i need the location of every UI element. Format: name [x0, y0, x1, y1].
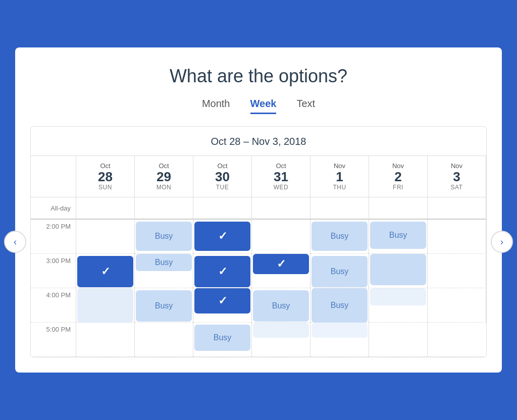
- event-busy-sun-4pm[interactable]: [77, 288, 133, 323]
- time-label-4pm: 4:00 PM: [31, 288, 76, 323]
- checkmark-tue-2pm: ✓: [218, 230, 227, 243]
- allday-label: All-day: [31, 197, 76, 220]
- day-num-0: 28: [79, 170, 131, 184]
- time-cell-5pm-thu: [311, 323, 369, 357]
- month-label-1: Oct: [138, 162, 190, 170]
- calendar: Oct 28 – Nov 3, 2018 Oct 28 SUN Oct 29 M…: [30, 126, 487, 358]
- day-num-2: 30: [196, 170, 248, 184]
- tab-month[interactable]: Month: [202, 98, 230, 114]
- event-busy-fri-3pm[interactable]: Busy: [370, 254, 426, 285]
- checkmark-wed-3pm: ✓: [277, 257, 286, 271]
- month-label-4: Nov: [314, 162, 366, 170]
- time-cell-4pm-sun: [76, 288, 135, 323]
- event-busy-mon-3pm[interactable]: Busy: [136, 254, 192, 271]
- time-cell-3pm-thu: Busy: [311, 254, 369, 288]
- event-light-wed-5pm[interactable]: [253, 323, 309, 338]
- day-header-mon: Oct 29 MON: [135, 156, 193, 198]
- time-cell-3pm-tue: ✓: [193, 254, 252, 288]
- event-busy-mon-2pm[interactable]: Busy: [136, 222, 192, 251]
- next-button[interactable]: ›: [491, 231, 513, 253]
- day-name-6: SAT: [431, 184, 483, 191]
- allday-cell-1: [135, 197, 193, 220]
- event-selected-sun-3pm[interactable]: ✓: [77, 256, 133, 287]
- time-cell-3pm-wed: ✓: [252, 254, 311, 288]
- time-cell-4pm-thu: Busy: [311, 288, 369, 323]
- time-label-5pm: 5:00 PM: [31, 323, 76, 357]
- day-name-0: SUN: [79, 184, 131, 191]
- time-cell-3pm-fri: Busy: [369, 254, 428, 288]
- tab-text[interactable]: Text: [296, 98, 315, 114]
- time-label-3pm: 3:00 PM: [31, 254, 76, 288]
- time-cell-2pm-sat: [428, 220, 486, 254]
- event-busy-wed-4pm[interactable]: Busy: [253, 290, 309, 322]
- event-selected-tue-3pm[interactable]: ✓: [194, 256, 250, 287]
- day-header-wed: Oct 31 WED: [252, 156, 311, 198]
- time-cell-4pm-mon: Busy: [135, 288, 193, 323]
- event-selected-tue-2pm[interactable]: ✓: [194, 222, 250, 251]
- month-label-0: Oct: [79, 162, 131, 170]
- day-header-fri: Nov 2 FRI: [369, 156, 428, 198]
- allday-cell-2: [193, 197, 252, 220]
- page-title: What are the options?: [30, 66, 487, 87]
- day-header-sat: Nov 3 SAT: [428, 156, 486, 198]
- card: What are the options? Month Week Text ‹ …: [15, 47, 502, 373]
- time-cell-5pm-wed: [252, 323, 311, 357]
- event-busy-thu-2pm[interactable]: Busy: [312, 222, 368, 251]
- event-busy-fri-2pm[interactable]: Busy: [370, 222, 426, 249]
- prev-button[interactable]: ‹: [4, 231, 26, 253]
- event-selected-wed-3pm[interactable]: ✓: [253, 254, 309, 274]
- checkmark-sun-3pm: ✓: [101, 265, 110, 278]
- checkmark-tue-4pm: ✓: [218, 294, 227, 307]
- time-cell-4pm-tue: ✓: [193, 288, 252, 323]
- time-cell-2pm-fri: Busy: [369, 220, 428, 254]
- outer-border: What are the options? Month Week Text ‹ …: [6, 38, 511, 382]
- event-light-thu-5pm[interactable]: [312, 323, 368, 338]
- allday-cell-4: [311, 197, 369, 220]
- event-busy-fri-4pm[interactable]: [370, 288, 426, 305]
- time-cell-2pm-tue: ✓: [193, 220, 252, 254]
- time-cell-5pm-fri: [369, 323, 428, 357]
- time-cell-2pm-wed: [252, 220, 311, 254]
- calendar-grid: Oct 28 SUN Oct 29 MON Oct 30 TUE: [31, 156, 486, 357]
- time-cell-4pm-wed: Busy: [252, 288, 311, 323]
- day-name-2: TUE: [196, 184, 248, 191]
- event-busy-tue-5pm[interactable]: Busy: [194, 325, 250, 351]
- day-num-3: 31: [255, 170, 307, 184]
- time-cell-3pm-sat: [428, 254, 486, 288]
- date-range: Oct 28 – Nov 3, 2018: [31, 127, 486, 156]
- tab-bar: Month Week Text: [30, 98, 487, 114]
- calendar-wrapper: ‹ › Oct 28 – Nov 3, 2018 Oct 28 SUN Oct …: [30, 126, 487, 358]
- time-cell-3pm-mon: Busy: [135, 254, 193, 288]
- day-name-5: FRI: [372, 184, 424, 191]
- time-label-2pm: 2:00 PM: [31, 220, 76, 254]
- day-header-thu: Nov 1 THU: [311, 156, 369, 198]
- event-busy-thu-3pm[interactable]: Busy: [312, 256, 368, 287]
- allday-cell-3: [252, 197, 311, 220]
- day-name-4: THU: [314, 184, 366, 191]
- time-cell-5pm-sat: [428, 323, 486, 357]
- day-num-6: 3: [431, 170, 483, 184]
- time-cell-2pm-mon: Busy: [135, 220, 193, 254]
- day-name-1: MON: [138, 184, 190, 191]
- month-label-3: Oct: [255, 162, 307, 170]
- event-selected-tue-4pm[interactable]: ✓: [194, 288, 250, 313]
- time-cell-5pm-tue: Busy: [193, 323, 252, 357]
- time-cell-2pm-sun: [76, 220, 135, 254]
- month-label-2: Oct: [196, 162, 248, 170]
- time-cell-2pm-thu: Busy: [311, 220, 369, 254]
- time-label-header: [31, 156, 76, 198]
- time-cell-5pm-mon: [135, 323, 193, 357]
- day-num-1: 29: [138, 170, 190, 184]
- day-header-tue: Oct 30 TUE: [193, 156, 252, 198]
- allday-cell-0: [76, 197, 135, 220]
- allday-cell-5: [369, 197, 428, 220]
- allday-cell-6: [428, 197, 486, 220]
- time-cell-4pm-sat: [428, 288, 486, 323]
- tab-week[interactable]: Week: [250, 98, 277, 114]
- day-header-sun: Oct 28 SUN: [76, 156, 135, 198]
- time-cell-5pm-sun: [76, 323, 135, 357]
- checkmark-tue-3pm: ✓: [218, 265, 227, 278]
- time-cell-3pm-sun: ✓: [76, 254, 135, 288]
- event-busy-mon-4pm[interactable]: Busy: [136, 290, 192, 322]
- event-busy-thu-4pm[interactable]: Busy: [312, 288, 368, 323]
